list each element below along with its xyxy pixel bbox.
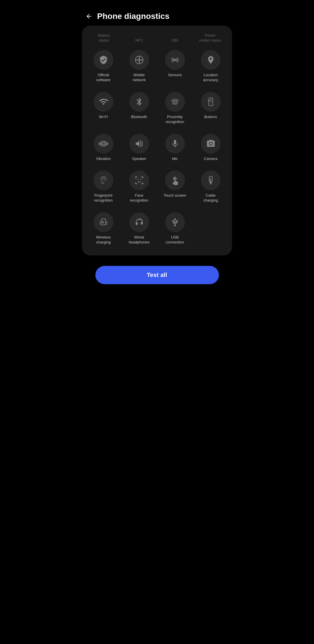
usb-connection-icon [170, 218, 180, 227]
mic-label: Mic [172, 156, 178, 161]
wired-headphones-item[interactable]: Wiredheadphones [122, 210, 156, 247]
camera-item[interactable]: Camera [194, 131, 227, 164]
location-accuracy-icon-circle [201, 50, 221, 70]
vibration-item[interactable]: Vibration [87, 131, 120, 164]
speaker-label: Speaker [132, 156, 146, 161]
speaker-item[interactable]: Speaker [122, 131, 156, 164]
wifi-label: Wi-Fi [99, 115, 108, 120]
sensors-item[interactable]: Sensors [158, 48, 192, 85]
sensors-label: Sensors [168, 73, 182, 78]
speaker-icon [135, 139, 144, 148]
wired-headphones-icon [135, 218, 144, 227]
buttons-item[interactable]: Buttons [194, 90, 227, 127]
mic-item[interactable]: Mic [158, 131, 192, 164]
cable-charging-label: Cablecharging [204, 193, 218, 203]
touch-screen-item[interactable]: Touch screen [158, 168, 192, 205]
partial-sim: SIM [158, 29, 192, 43]
vibration-icon-circle [94, 134, 113, 154]
camera-icon-circle [201, 134, 221, 154]
test-all-button[interactable]: Test all [95, 266, 219, 284]
grid-row-1: Officialsoftware Mobilenetwork [87, 45, 227, 87]
buttons-icon-circle [201, 92, 221, 112]
bluetooth-icon [135, 97, 144, 106]
touch-screen-label: Touch screen [164, 193, 186, 198]
buttons-icon [206, 97, 215, 106]
official-software-label: Officialsoftware [96, 73, 110, 83]
svg-rect-5 [210, 101, 211, 102]
svg-rect-16 [142, 182, 143, 184]
wireless-charging-icon-circle [94, 212, 113, 232]
camera-icon [206, 139, 215, 148]
proximity-recognition-item[interactable]: Proximityrecognition [158, 90, 192, 127]
partial-nfc: NFC [122, 29, 156, 43]
back-button[interactable] [84, 12, 94, 21]
cable-charging-icon-circle [201, 170, 221, 190]
fingerprint-recognition-icon [99, 176, 108, 185]
svg-rect-6 [208, 100, 209, 101]
mobile-network-label: Mobilenetwork [133, 73, 146, 83]
wifi-item[interactable]: Wi-Fi [87, 90, 120, 127]
cable-charging-item[interactable]: Cablecharging [194, 168, 227, 205]
wired-headphones-icon-circle [129, 212, 149, 232]
bluetooth-icon-circle [129, 92, 149, 112]
location-accuracy-item[interactable]: Locationaccuracy [194, 48, 227, 85]
fingerprint-recognition-icon-circle [94, 170, 113, 190]
mic-icon-circle [165, 134, 185, 154]
partial-top-row: Batterystatus NFC SIM Powerrestart statu… [87, 28, 227, 45]
page-title: Phone diagnostics [97, 12, 170, 21]
wireless-charging-icon [99, 218, 108, 227]
camera-label: Camera [204, 156, 217, 161]
sensors-icon-circle [165, 50, 185, 70]
proximity-recognition-label: Proximityrecognition [166, 115, 184, 124]
usb-connection-item[interactable]: USBconnection [158, 210, 192, 247]
face-recognition-icon-circle [129, 170, 149, 190]
svg-point-17 [138, 179, 138, 180]
partial-battery-label: Batterystatus [98, 33, 110, 43]
proximity-recognition-icon [170, 97, 180, 106]
wifi-icon-circle [94, 92, 113, 112]
svg-point-1 [174, 59, 176, 61]
face-recognition-label: Facerecognition [130, 193, 149, 203]
wired-headphones-label: Wiredheadphones [129, 235, 150, 245]
face-recognition-item[interactable]: Facerecognition [122, 168, 156, 205]
official-software-item[interactable]: Officialsoftware [87, 48, 120, 85]
vibration-label: Vibration [96, 156, 111, 161]
svg-rect-21 [101, 219, 105, 225]
usb-connection-label: USBconnection [166, 235, 184, 245]
usb-connection-icon-circle [165, 212, 185, 232]
cable-charging-icon [206, 176, 215, 185]
bottom-area: Test all [78, 261, 236, 293]
official-software-icon [99, 55, 108, 65]
svg-rect-4 [210, 99, 211, 100]
location-accuracy-label: Locationaccuracy [203, 73, 218, 83]
sensors-icon [170, 55, 180, 65]
diagnostics-grid-card: Batterystatus NFC SIM Powerrestart statu… [82, 26, 232, 255]
touch-screen-icon [170, 176, 180, 185]
fingerprint-recognition-label: Fingerprintrecognition [94, 193, 113, 203]
mobile-network-icon [135, 55, 144, 65]
header: Phone diagnostics [78, 0, 236, 26]
wireless-charging-item[interactable]: Wirelesscharging [87, 210, 120, 247]
svg-rect-14 [135, 182, 136, 184]
grid-row-2: Wi-Fi Bluetooth [87, 87, 227, 129]
face-recognition-icon [135, 176, 144, 185]
grid-row-3: Vibration Speaker Mic [87, 129, 227, 166]
svg-rect-20 [210, 182, 211, 184]
proximity-recognition-icon-circle [165, 92, 185, 112]
speaker-icon-circle [129, 134, 149, 154]
partial-nfc-label: NFC [135, 38, 143, 43]
fingerprint-recognition-item[interactable]: Fingerprintrecognition [87, 168, 120, 205]
location-accuracy-icon [206, 55, 215, 65]
svg-point-18 [140, 179, 141, 180]
partial-battery-status: Batterystatus [87, 29, 121, 43]
partial-sim-label: SIM [171, 38, 178, 43]
touch-screen-icon-circle [165, 170, 185, 190]
mobile-network-item[interactable]: Mobilenetwork [122, 48, 156, 85]
grid-row-4: Fingerprintrecognition Facerec [87, 166, 227, 208]
bluetooth-item[interactable]: Bluetooth [122, 90, 156, 127]
grid-row-5: Wirelesscharging Wiredheadphones USBconn… [87, 208, 227, 250]
svg-rect-12 [142, 177, 143, 179]
back-icon [85, 13, 92, 20]
wifi-icon [99, 97, 108, 106]
wireless-charging-label: Wirelesscharging [96, 235, 111, 245]
